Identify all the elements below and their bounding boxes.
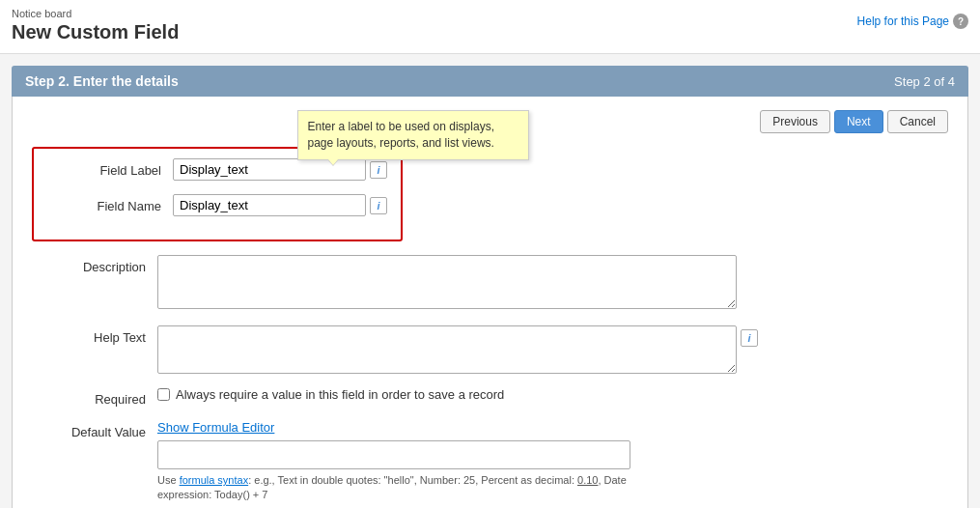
default-value-label: Default Value [32, 420, 157, 439]
required-checkbox-label: Always require a value in this field in … [176, 387, 504, 402]
field-label-label: Field Label [47, 158, 173, 178]
page-title: New Custom Field [12, 21, 179, 43]
help-text-input-group: i [157, 325, 948, 374]
required-checkbox[interactable] [157, 388, 170, 401]
help-text-row: Help Text i [32, 325, 948, 374]
required-checkbox-group: Always require a value in this field in … [157, 387, 948, 402]
description-input[interactable] [157, 255, 737, 309]
breadcrumb: Notice board [12, 8, 179, 19]
top-previous-button[interactable]: Previous [760, 110, 830, 133]
help-text-control: i [157, 325, 948, 374]
help-link[interactable]: Help for this Page ? [857, 14, 968, 29]
field-name-input[interactable] [173, 194, 366, 216]
help-text-info-button[interactable]: i [741, 329, 758, 347]
tooltip-text: Enter a label to be used on displays, pa… [308, 120, 494, 150]
top-btn-group: Previous Next Cancel [760, 110, 948, 133]
help-text-label: Help Text [32, 325, 157, 345]
field-name-control: i [173, 194, 387, 216]
field-label-info-button[interactable]: i [370, 161, 387, 179]
step-title: Step 2. Enter the details [25, 73, 179, 89]
required-row: Required Always require a value in this … [32, 387, 948, 407]
tooltip-box: Enter a label to be used on displays, pa… [297, 110, 529, 160]
help-text-input[interactable] [157, 325, 737, 374]
description-control [157, 255, 948, 312]
field-label-control: i [173, 158, 387, 181]
field-name-input-group: i [173, 194, 387, 216]
description-row: Description [32, 255, 948, 312]
formula-hint: Use formula syntax: e.g., Text in double… [157, 473, 630, 503]
formula-input[interactable] [157, 440, 630, 469]
field-name-label: Field Name [47, 194, 173, 213]
default-value-control: Show Formula Editor Use formula syntax: … [157, 420, 948, 503]
description-label: Description [32, 255, 157, 274]
field-label-input-group: i [173, 158, 387, 181]
main-content: Step 2. Enter the details Step 2 of 4 En… [0, 54, 980, 508]
required-control: Always require a value in this field in … [157, 387, 948, 402]
show-formula-link[interactable]: Show Formula Editor [157, 420, 948, 435]
step-header: Step 2. Enter the details Step 2 of 4 [12, 66, 968, 97]
step-indicator: Step 2 of 4 [894, 74, 955, 89]
top-toolbar: Enter a label to be used on displays, pa… [32, 110, 948, 133]
required-label: Required [32, 387, 157, 407]
help-link-text: Help for this Page [857, 14, 949, 28]
form-container: Enter a label to be used on displays, pa… [12, 97, 968, 508]
field-group-box: Field Label i Field Name i [32, 147, 403, 241]
default-value-row: Default Value Show Formula Editor Use fo… [32, 420, 948, 503]
title-section: Notice board New Custom Field [12, 8, 179, 43]
top-cancel-button[interactable]: Cancel [887, 110, 948, 133]
help-icon: ? [953, 14, 968, 29]
formula-syntax-link[interactable]: formula syntax [180, 474, 249, 486]
field-name-row: Field Name i [47, 194, 387, 216]
top-next-button[interactable]: Next [834, 110, 883, 133]
field-name-info-button[interactable]: i [370, 197, 387, 214]
page-header: Notice board New Custom Field Help for t… [0, 0, 980, 54]
